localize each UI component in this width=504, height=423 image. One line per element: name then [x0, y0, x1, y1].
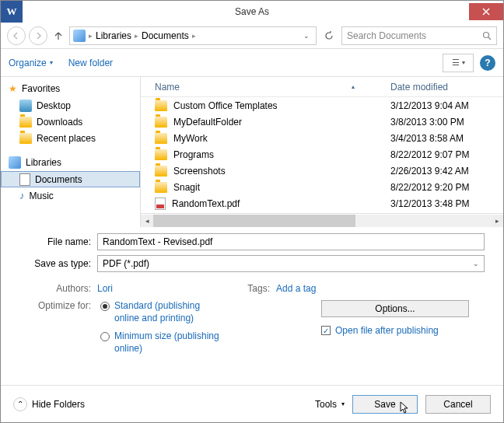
new-folder-button[interactable]: New folder: [68, 58, 113, 68]
table-row[interactable]: Screenshots2/26/2013 9:42 AM: [141, 163, 503, 179]
folder-icon: [19, 133, 32, 144]
libraries-icon: [9, 156, 21, 169]
folder-icon: [155, 166, 167, 177]
organize-menu[interactable]: Organize ▾: [9, 58, 53, 68]
checkbox-icon: ✓: [321, 326, 331, 335]
table-row[interactable]: RandomText.pdf3/12/2013 3:48 PM: [141, 195, 503, 212]
back-button[interactable]: [7, 26, 26, 45]
sidebar-item-recent[interactable]: Recent places: [1, 130, 140, 146]
breadcrumb-libraries[interactable]: Libraries: [96, 30, 131, 41]
up-button[interactable]: [51, 28, 66, 44]
table-row[interactable]: MyDefaultFolder3/8/2013 3:00 PM: [141, 114, 503, 130]
save-button[interactable]: Save: [352, 395, 418, 414]
arrow-right-icon: [34, 32, 42, 40]
column-header-date[interactable]: Date modified: [386, 82, 503, 93]
filename-input[interactable]: [97, 233, 485, 250]
view-mode-button[interactable]: ☰ ▾: [443, 54, 474, 72]
scroll-left-button[interactable]: ◂: [141, 215, 153, 227]
table-row[interactable]: MyWork3/4/2013 8:58 AM: [141, 130, 503, 146]
file-list-header: Name ▴ Date modified: [141, 77, 503, 97]
svg-point-0: [484, 32, 489, 37]
sidebar-item-desktop[interactable]: Desktop: [1, 97, 140, 114]
chevron-down-icon: ▾: [462, 59, 465, 66]
savetype-select[interactable]: PDF (*.pdf) ⌄: [97, 255, 485, 272]
search-icon: [482, 31, 492, 40]
arrow-left-icon: [12, 32, 20, 40]
documents-icon: [19, 173, 30, 186]
tags-value[interactable]: Add a tag: [276, 283, 316, 294]
chevron-right-icon: ▸: [89, 32, 93, 40]
column-header-name[interactable]: Name ▴: [141, 82, 386, 93]
pdf-file-icon: [155, 198, 166, 210]
sidebar-item-music[interactable]: ♪ Music: [1, 187, 140, 204]
chevron-down-icon: ⌄: [473, 260, 479, 267]
sidebar-favorites-group[interactable]: ★ Favorites: [1, 80, 140, 97]
scrollbar-track[interactable]: [153, 215, 491, 227]
titlebar: W Save As: [1, 1, 503, 23]
scrollbar-thumb[interactable]: [153, 215, 355, 227]
list-view-icon: ☰: [452, 58, 460, 68]
search-input[interactable]: Search Documents: [341, 26, 497, 45]
tools-menu[interactable]: Tools ▾: [315, 399, 345, 410]
folder-icon: [155, 133, 167, 144]
horizontal-scrollbar[interactable]: ◂ ▸: [141, 213, 503, 227]
filename-label: File name:: [19, 236, 97, 247]
refresh-button[interactable]: [320, 26, 338, 45]
table-row[interactable]: Snagit8/22/2012 9:20 PM: [141, 179, 503, 195]
search-placeholder: Search Documents: [347, 30, 426, 41]
cursor-icon: [400, 401, 411, 418]
main-area: ★ Favorites Desktop Downloads Recent pla…: [1, 77, 503, 227]
close-button[interactable]: [469, 3, 503, 20]
forward-button[interactable]: [29, 26, 47, 45]
folder-icon: [155, 149, 167, 160]
table-row[interactable]: Custom Office Templates3/12/2013 9:04 AM: [141, 97, 503, 114]
radio-icon: [100, 332, 110, 341]
word-app-icon: W: [1, 1, 23, 23]
close-icon: [482, 8, 490, 16]
toolbar: Organize ▾ New folder ☰ ▾ ?: [1, 49, 503, 77]
tags-label: Tags:: [198, 283, 276, 294]
sort-ascending-icon: ▴: [352, 83, 355, 90]
breadcrumb[interactable]: ▸ Libraries ▸ Documents ▸ ⌄: [69, 26, 317, 45]
breadcrumb-documents[interactable]: Documents: [142, 30, 189, 41]
chevron-up-icon: ⌃: [13, 397, 27, 411]
table-row[interactable]: Programs8/22/2012 9:07 PM: [141, 146, 503, 163]
savetype-label: Save as type:: [19, 258, 97, 269]
scroll-right-button[interactable]: ▸: [491, 215, 503, 227]
hide-folders-button[interactable]: ⌃ Hide Folders: [13, 397, 85, 411]
optimize-radio-group: Standard (publishing online and printing…: [97, 300, 223, 355]
music-icon: ♪: [19, 190, 25, 201]
sidebar-item-documents[interactable]: Documents: [1, 171, 140, 187]
save-as-dialog: W Save As ▸ Libraries ▸ Documents ▸ ⌄ Se: [0, 0, 504, 423]
folder-icon: [19, 117, 32, 128]
radio-standard[interactable]: Standard (publishing online and printing…: [100, 300, 223, 324]
radio-icon: [100, 302, 110, 311]
breadcrumb-dropdown[interactable]: ⌄: [300, 32, 313, 40]
folder-icon: [155, 100, 167, 111]
help-button[interactable]: ?: [480, 55, 495, 71]
chevron-right-icon: ▸: [135, 32, 138, 40]
authors-label: Authors:: [19, 283, 97, 294]
arrow-up-icon: [54, 31, 63, 40]
help-icon: ?: [485, 58, 490, 68]
file-list-body: Custom Office Templates3/12/2013 9:04 AM…: [141, 97, 503, 213]
chevron-right-icon: ▸: [192, 32, 196, 40]
refresh-icon: [324, 30, 334, 41]
footer: ⌃ Hide Folders Tools ▾ Save Cancel: [1, 385, 503, 422]
open-after-checkbox[interactable]: ✓ Open file after publishing: [306, 325, 439, 336]
authors-value[interactable]: Lori: [97, 283, 113, 294]
chevron-down-icon: ▾: [341, 400, 345, 407]
options-button[interactable]: Options...: [321, 300, 469, 317]
folder-icon: [155, 182, 167, 193]
nav-bar: ▸ Libraries ▸ Documents ▸ ⌄ Search Docum…: [1, 23, 503, 49]
sidebar: ★ Favorites Desktop Downloads Recent pla…: [1, 77, 141, 227]
sidebar-item-downloads[interactable]: Downloads: [1, 114, 140, 130]
file-list: Name ▴ Date modified Custom Office Templ…: [141, 77, 503, 227]
cancel-button[interactable]: Cancel: [425, 395, 491, 414]
star-icon: ★: [9, 83, 17, 94]
chevron-down-icon: ▾: [50, 59, 53, 66]
sidebar-libraries-group[interactable]: Libraries: [1, 154, 140, 171]
folder-icon: [155, 117, 167, 128]
desktop-icon: [19, 100, 32, 112]
radio-minimum[interactable]: Minimum size (publishing online): [100, 330, 223, 355]
